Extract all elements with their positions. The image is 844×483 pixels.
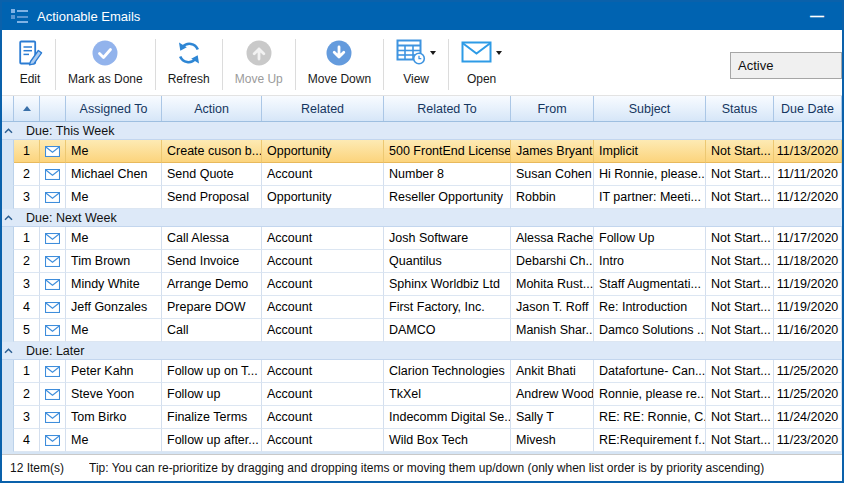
table-row[interactable]: 2Tim BrownSend InvoiceAccountQuantilusDe… bbox=[2, 250, 842, 273]
cell-action: Arrange Demo bbox=[162, 273, 262, 296]
view-button[interactable]: View bbox=[387, 34, 445, 95]
header-gutter bbox=[2, 96, 14, 121]
cell-assigned-to: Tom Birko bbox=[66, 406, 162, 429]
header-due-date[interactable]: Due Date bbox=[774, 96, 842, 121]
refresh-icon bbox=[176, 37, 202, 69]
app-icon bbox=[11, 9, 28, 24]
cell-related: Account bbox=[262, 250, 384, 273]
table-row[interactable]: 3MeSend ProposalOpportunityReseller Oppo… bbox=[2, 186, 842, 209]
header-related-to[interactable]: Related To bbox=[384, 96, 511, 121]
cell-related-to: 500 FrontEnd License bbox=[384, 140, 511, 163]
edit-button[interactable]: Edit bbox=[8, 34, 52, 95]
mail-icon bbox=[40, 360, 66, 383]
row-gutter bbox=[2, 186, 14, 209]
refresh-label: Refresh bbox=[168, 72, 210, 86]
row-gutter bbox=[2, 140, 14, 163]
cell-assigned-to: Steve Yoon bbox=[66, 383, 162, 406]
cell-subject: Staff Augmentati... bbox=[594, 273, 706, 296]
cell-assigned-to: Me bbox=[66, 186, 162, 209]
group-label: Due: Next Week bbox=[26, 211, 117, 225]
cell-from: Sally T bbox=[511, 406, 594, 429]
cell-assigned-to: Mindy White bbox=[66, 273, 162, 296]
header-status[interactable]: Status bbox=[706, 96, 774, 121]
cell-subject: RE:Requirement f... bbox=[594, 429, 706, 452]
toolbar: Edit Mark as Done Refresh bbox=[2, 30, 842, 96]
chevron-up-icon[interactable] bbox=[2, 348, 14, 354]
header-action[interactable]: Action bbox=[162, 96, 262, 121]
table-row[interactable]: 2Michael ChenSend QuoteAccountNumber 8Su… bbox=[2, 163, 842, 186]
cell-status: Not Start... bbox=[706, 406, 774, 429]
mail-icon bbox=[40, 273, 66, 296]
cell-due-date: 11/18/2020 bbox=[774, 250, 842, 273]
header-from[interactable]: From bbox=[511, 96, 594, 121]
header-subject[interactable]: Subject bbox=[594, 96, 706, 121]
cell-from: Jason T. Roff bbox=[511, 296, 594, 319]
header-assigned-to[interactable]: Assigned To bbox=[66, 96, 162, 121]
cell-related-to: Reseller Opportunity bbox=[384, 186, 511, 209]
cell-priority: 5 bbox=[14, 319, 40, 342]
table-row[interactable]: 3Mindy WhiteArrange DemoAccountSphinx Wo… bbox=[2, 273, 842, 296]
table-row[interactable]: 1MeCall AlessaAccountJosh SoftwareAlessa… bbox=[2, 227, 842, 250]
cell-status: Not Start... bbox=[706, 186, 774, 209]
dropdown-caret-icon bbox=[496, 51, 502, 55]
cell-priority: 3 bbox=[14, 186, 40, 209]
cell-related: Account bbox=[262, 296, 384, 319]
grid-body: Due: This Week1MeCreate cuson b...Opport… bbox=[2, 122, 842, 452]
table-row[interactable]: 5MeCallAccountDAMCOManish Shar...Damco S… bbox=[2, 319, 842, 342]
toolbar-separator bbox=[222, 39, 223, 90]
table-row[interactable]: 3Tom BirkoFinalize TermsAccountIndecomm … bbox=[2, 406, 842, 429]
cell-from: Debarshi Ch... bbox=[511, 250, 594, 273]
filter-value: Active bbox=[738, 58, 773, 73]
open-button[interactable]: Open bbox=[452, 34, 511, 95]
cell-due-date: 11/17/2020 bbox=[774, 227, 842, 250]
cell-status: Not Start... bbox=[706, 140, 774, 163]
cell-assigned-to: Tim Brown bbox=[66, 250, 162, 273]
chevron-up-icon[interactable] bbox=[2, 215, 14, 221]
status-bar: 12 Item(s) Tip: You can re-prioritize by… bbox=[2, 454, 842, 481]
cell-related: Account bbox=[262, 319, 384, 342]
cell-status: Not Start... bbox=[706, 383, 774, 406]
cell-assigned-to: Jeff Gonzales bbox=[66, 296, 162, 319]
toolbar-separator bbox=[295, 39, 296, 90]
cell-due-date: 11/19/2020 bbox=[774, 273, 842, 296]
cell-action: Send Invoice bbox=[162, 250, 262, 273]
table-row[interactable]: 1Peter KahnFollow up on T...AccountClari… bbox=[2, 360, 842, 383]
row-gutter bbox=[2, 360, 14, 383]
move-up-label: Move Up bbox=[235, 72, 283, 86]
filter-dropdown[interactable]: Active bbox=[730, 52, 842, 79]
cell-status: Not Start... bbox=[706, 429, 774, 452]
cell-related-to: Quantilus bbox=[384, 250, 511, 273]
refresh-button[interactable]: Refresh bbox=[159, 34, 219, 95]
cell-related-to: Clarion Technologies bbox=[384, 360, 511, 383]
group-header[interactable]: Due: This Week bbox=[2, 122, 842, 140]
header-priority[interactable] bbox=[14, 96, 40, 121]
table-row[interactable]: 2Steve YoonFollow upAccountTkXelAndrew W… bbox=[2, 383, 842, 406]
move-down-button[interactable]: Move Down bbox=[299, 34, 380, 95]
cell-related: Account bbox=[262, 406, 384, 429]
mark-as-done-button[interactable]: Mark as Done bbox=[59, 34, 152, 95]
cell-action: Finalize Terms bbox=[162, 406, 262, 429]
table-row[interactable]: 4MeFollow up after...AccountWild Box Tec… bbox=[2, 429, 842, 452]
cell-action: Call bbox=[162, 319, 262, 342]
view-label: View bbox=[403, 72, 429, 86]
minimize-button[interactable]: — bbox=[810, 9, 824, 23]
cell-assigned-to: Me bbox=[66, 227, 162, 250]
cell-related: Account bbox=[262, 227, 384, 250]
header-related[interactable]: Related bbox=[262, 96, 384, 121]
table-row[interactable]: 4Jeff GonzalesPrepare DOWAccountFirst Fa… bbox=[2, 296, 842, 319]
table-row[interactable]: 1MeCreate cuson b...Opportunity500 Front… bbox=[2, 140, 842, 163]
app-window: Actionable Emails — Edit bbox=[0, 0, 844, 483]
cell-subject: Implicit bbox=[594, 140, 706, 163]
cell-action: Create cuson b... bbox=[162, 140, 262, 163]
row-gutter bbox=[2, 163, 14, 186]
group-header[interactable]: Due: Next Week bbox=[2, 209, 842, 227]
group-header[interactable]: Due: Later bbox=[2, 342, 842, 360]
cell-from: Alessa Rachel bbox=[511, 227, 594, 250]
chevron-up-icon[interactable] bbox=[2, 128, 14, 134]
move-up-button[interactable]: Move Up bbox=[226, 34, 292, 95]
mail-icon bbox=[40, 140, 66, 163]
header-icon-column[interactable] bbox=[40, 96, 66, 121]
cell-priority: 1 bbox=[14, 140, 40, 163]
cell-priority: 2 bbox=[14, 163, 40, 186]
mail-icon bbox=[40, 319, 66, 342]
